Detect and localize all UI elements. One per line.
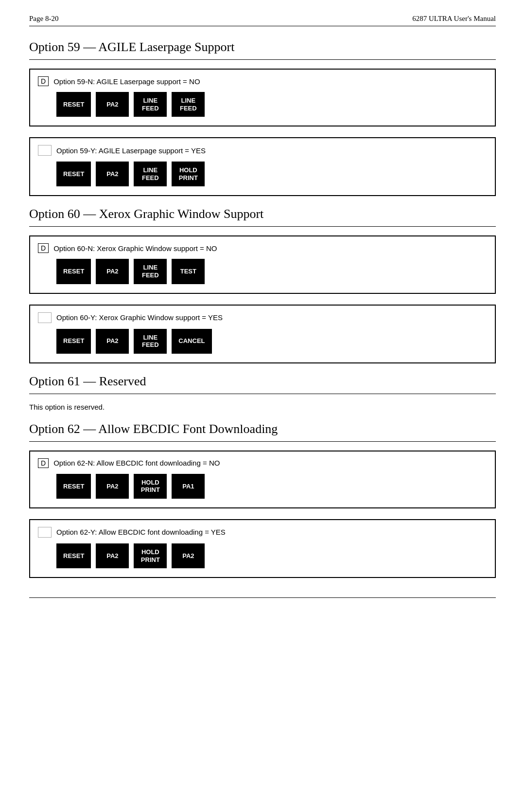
key-btn-opt62n-1[interactable]: PA2 [96, 474, 129, 499]
label-row-opt60y: Option 60-Y: Xerox Graphic Window suppor… [38, 312, 487, 323]
section-title-opt62: Option 62 — Allow EBCDIC Font Downloadin… [29, 422, 496, 436]
option-box-opt59y: Option 59-Y: AGILE Laserpage support = Y… [29, 137, 496, 196]
option-box-opt62y: Option 62-Y: Allow EBCDIC font downloadi… [29, 519, 496, 578]
spacer-opt62y [38, 527, 52, 538]
d-badge-opt60n: D [38, 243, 49, 253]
key-row-opt62n: RESETPA2HOLD PRINTPA1 [56, 474, 487, 499]
key-btn-opt60n-1[interactable]: PA2 [96, 259, 129, 284]
section-divider-opt61 [29, 394, 496, 394]
key-row-opt59n: RESETPA2LINE FEEDLINE FEED [56, 92, 487, 117]
manual-title: 6287 ULTRA User's Manual [412, 15, 496, 23]
key-btn-opt59y-0[interactable]: RESET [56, 162, 91, 186]
key-btn-opt62n-3[interactable]: PA1 [172, 474, 205, 499]
key-btn-opt62y-1[interactable]: PA2 [96, 543, 129, 568]
key-btn-opt59y-2[interactable]: LINE FEED [134, 162, 167, 186]
section-divider-opt59 [29, 59, 496, 60]
key-btn-opt62n-2[interactable]: HOLD PRINT [134, 474, 167, 499]
option-box-opt62n: DOption 62-N: Allow EBCDIC font download… [29, 451, 496, 508]
option-desc-opt59y: Option 59-Y: AGILE Laserpage support = Y… [56, 146, 206, 155]
content: Option 59 — AGILE Laserpage SupportDOpti… [29, 40, 496, 578]
option-desc-opt59n: Option 59-N: AGILE Laserpage support = N… [53, 77, 200, 86]
key-btn-opt59n-1[interactable]: PA2 [96, 92, 129, 117]
label-row-opt62n: DOption 62-N: Allow EBCDIC font download… [38, 458, 487, 468]
reserved-text: This option is reserved. [29, 403, 496, 411]
key-btn-opt60n-0[interactable]: RESET [56, 259, 91, 284]
option-box-opt60y: Option 60-Y: Xerox Graphic Window suppor… [29, 305, 496, 363]
section-title-opt59: Option 59 — AGILE Laserpage Support [29, 40, 496, 54]
key-btn-opt60y-0[interactable]: RESET [56, 329, 91, 354]
key-btn-opt62y-3[interactable]: PA2 [172, 543, 205, 568]
label-row-opt59n: DOption 59-N: AGILE Laserpage support = … [38, 76, 487, 86]
key-row-opt59y: RESETPA2LINE FEEDHOLD PRINT [56, 162, 487, 186]
d-badge-opt62n: D [38, 458, 49, 468]
key-btn-opt59y-1[interactable]: PA2 [96, 162, 129, 186]
key-btn-opt62n-0[interactable]: RESET [56, 474, 91, 499]
key-btn-opt60y-2[interactable]: LINE FEED [134, 329, 167, 354]
spacer-opt60y [38, 312, 52, 323]
section-divider-opt62 [29, 441, 496, 442]
d-badge-opt59n: D [38, 76, 49, 86]
key-btn-opt60y-3[interactable]: CANCEL [172, 329, 211, 354]
key-row-opt60y: RESETPA2LINE FEEDCANCEL [56, 329, 487, 354]
option-desc-opt60y: Option 60-Y: Xerox Graphic Window suppor… [56, 313, 223, 322]
page-header: Page 8-20 6287 ULTRA User's Manual [29, 15, 496, 26]
key-btn-opt62y-2[interactable]: HOLD PRINT [134, 543, 167, 568]
key-btn-opt60n-2[interactable]: LINE FEED [134, 259, 167, 284]
key-btn-opt59n-2[interactable]: LINE FEED [134, 92, 167, 117]
key-btn-opt59n-0[interactable]: RESET [56, 92, 91, 117]
label-row-opt60n: DOption 60-N: Xerox Graphic Window suppo… [38, 243, 487, 253]
option-desc-opt60n: Option 60-N: Xerox Graphic Window suppor… [53, 244, 217, 253]
option-desc-opt62n: Option 62-N: Allow EBCDIC font downloadi… [53, 459, 220, 467]
label-row-opt62y: Option 62-Y: Allow EBCDIC font downloadi… [38, 527, 487, 538]
key-btn-opt62y-0[interactable]: RESET [56, 543, 91, 568]
option-desc-opt62y: Option 62-Y: Allow EBCDIC font downloadi… [56, 528, 226, 536]
key-btn-opt59y-3[interactable]: HOLD PRINT [172, 162, 205, 186]
option-box-opt60n: DOption 60-N: Xerox Graphic Window suppo… [29, 235, 496, 293]
page-number: Page 8-20 [29, 15, 58, 23]
key-row-opt62y: RESETPA2HOLD PRINTPA2 [56, 543, 487, 568]
spacer-opt59y [38, 145, 52, 156]
section-title-opt61: Option 61 — Reserved [29, 374, 496, 389]
key-btn-opt60y-1[interactable]: PA2 [96, 329, 129, 354]
label-row-opt59y: Option 59-Y: AGILE Laserpage support = Y… [38, 145, 487, 156]
key-btn-opt60n-3[interactable]: TEST [172, 259, 205, 284]
option-box-opt59n: DOption 59-N: AGILE Laserpage support = … [29, 69, 496, 126]
page-footer [29, 597, 496, 601]
section-divider-opt60 [29, 226, 496, 227]
key-btn-opt59n-3[interactable]: LINE FEED [172, 92, 205, 117]
key-row-opt60n: RESETPA2LINE FEEDTEST [56, 259, 487, 284]
section-title-opt60: Option 60 — Xerox Graphic Window Support [29, 207, 496, 221]
